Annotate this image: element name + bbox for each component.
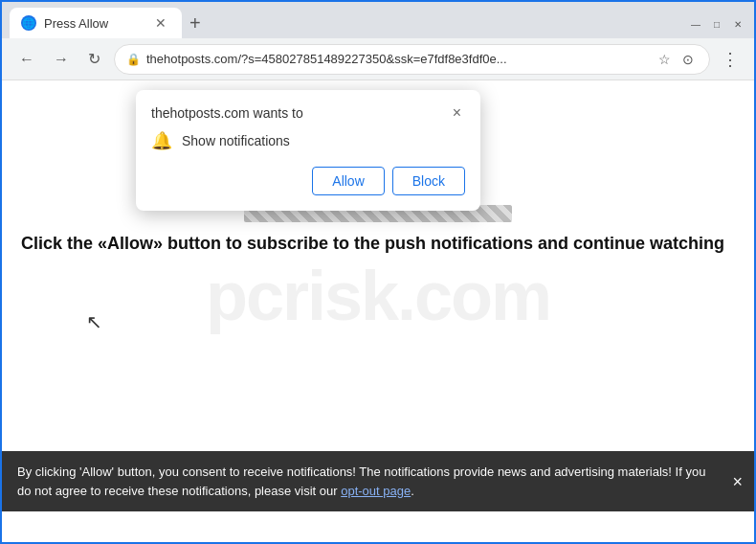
bottom-banner: By clicking 'Allow' button, you consent … [2, 451, 754, 511]
tab-title: Press Allow [44, 16, 108, 31]
toolbar: ← → ↻ 🔒 thehotposts.com/?s=4580278514892… [2, 38, 754, 80]
notification-popup: thehotposts.com wants to × 🔔 Show notifi… [136, 90, 480, 211]
forward-button[interactable]: → [48, 47, 75, 72]
maximize-button[interactable]: □ [708, 15, 725, 33]
notification-label: Show notifications [182, 133, 290, 148]
popup-notification-row: 🔔 Show notifications [151, 130, 465, 151]
popup-title: thehotposts.com wants to [151, 105, 303, 121]
tab-favicon [21, 15, 36, 31]
new-tab-button[interactable]: + [182, 8, 209, 38]
profile-icon[interactable]: ⊙ [678, 50, 698, 69]
banner-period: . [411, 484, 414, 498]
bell-icon: 🔔 [151, 130, 172, 151]
mouse-cursor: ↖ [86, 310, 102, 333]
back-button[interactable]: ← [13, 47, 40, 72]
bookmark-icon[interactable]: ☆ [655, 50, 675, 69]
close-button[interactable]: ✕ [729, 15, 746, 33]
minimize-button[interactable]: — [687, 15, 704, 33]
active-tab[interactable]: Press Allow ✕ [10, 8, 182, 38]
popup-buttons: Allow Block [151, 167, 465, 195]
allow-button[interactable]: Allow [312, 167, 384, 195]
block-button[interactable]: Block [392, 167, 465, 195]
menu-button[interactable]: ⋮ [718, 45, 743, 74]
popup-close-button[interactable]: × [449, 105, 465, 121]
url-text: thehotposts.com/?s=458027851489227350&ss… [146, 52, 649, 66]
popup-header: thehotposts.com wants to × [151, 105, 465, 121]
banner-close-button[interactable]: × [732, 471, 743, 491]
tab-close-button[interactable]: ✕ [151, 13, 170, 33]
tab-bar: Press Allow ✕ + — □ ✕ [2, 2, 754, 38]
address-actions: ☆ ⊙ [655, 50, 698, 69]
lock-icon: 🔒 [126, 53, 141, 66]
watermark: pcrisk.com [206, 257, 550, 335]
refresh-button[interactable]: ↻ [82, 46, 106, 72]
main-instruction-text: Click the «Allow» button to subscribe to… [21, 234, 735, 254]
window-controls: — □ ✕ [687, 15, 746, 38]
opt-out-link[interactable]: opt-out page [341, 484, 411, 498]
address-bar[interactable]: 🔒 thehotposts.com/?s=458027851489227350&… [114, 44, 710, 75]
page-content: pcrisk.com thehotposts.com wants to × 🔔 … [2, 80, 754, 511]
